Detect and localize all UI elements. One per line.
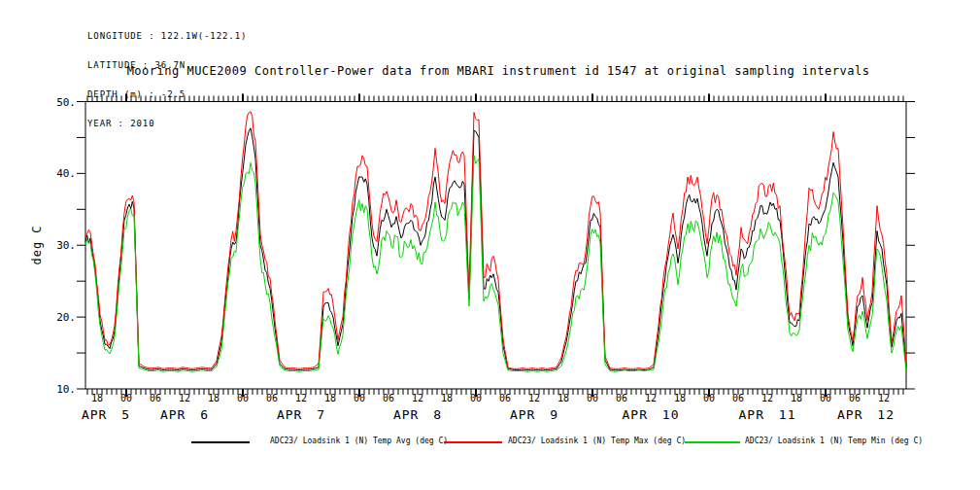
x-hour-label: 18 [435,393,458,403]
x-hour-label: 00 [348,393,371,403]
x-hour-label: 12 [406,393,429,403]
x-hour-label: 06 [727,393,750,403]
x-hour-label: 06 [493,393,517,403]
y-tick-label: 40. [43,167,76,180]
y-tick-label: 10. [43,383,76,396]
x-date-label: APR 6 [141,407,228,422]
x-date-label: APR 11 [724,407,811,422]
y-tick-label: 20. [43,311,76,324]
x-hour-label: 18 [552,393,575,403]
x-hour-label: 06 [144,393,167,403]
x-date-label: APR 12 [823,407,910,422]
series-line-1 [85,112,906,369]
x-hour-label: 06 [610,393,633,403]
x-hour-label: 06 [843,393,866,403]
x-date-label: APR 7 [257,407,345,422]
x-hour-label: 18 [85,393,109,403]
legend-line-avg [191,441,250,443]
x-date-label: APR 10 [607,407,694,422]
series-line-2 [85,156,906,371]
x-hour-label: 18 [202,393,225,403]
x-hour-label: 12 [173,393,196,403]
x-date-label: APR 9 [490,407,578,422]
x-hour-label: 00 [115,393,138,403]
x-date-label: APR 5 [62,407,150,422]
x-hour-label: 12 [872,393,896,403]
x-hour-label: 00 [464,393,488,403]
legend-line-max [444,441,502,443]
x-hour-label: 00 [231,393,254,403]
y-tick-label: 50. [43,96,76,109]
x-hour-label: 12 [639,393,662,403]
x-hour-label: 12 [756,393,779,403]
legend-label-avg: ADC23/ Loadsink 1 (N) Temp Avg (deg C) [270,437,448,445]
temperature-plot-page: LONGITUDE : 122.1W(-122.1) LATITUDE : 36… [0,0,980,490]
legend-label-min: ADC23/ Loadsink 1 (N) Temp Min (deg C) [745,437,923,445]
x-hour-label: 00 [581,393,604,403]
x-hour-label: 12 [523,393,546,403]
x-hour-label: 12 [289,393,313,403]
x-hour-label: 18 [668,393,692,403]
x-date-label: APR 8 [374,407,461,422]
midnight-tick-marks [126,94,826,398]
legend-label-max: ADC23/ Loadsink 1 (N) Temp Max (deg C) [508,437,686,445]
x-hour-label: 18 [319,393,342,403]
x-hour-label: 06 [377,393,400,403]
x-hour-label: 06 [260,393,284,403]
x-hour-label: 00 [814,393,837,403]
x-hour-label: 00 [697,393,721,403]
tick-marks [77,96,915,396]
x-hour-label: 18 [785,393,808,403]
legend-line-min [685,441,740,443]
y-tick-label: 30. [43,239,76,252]
